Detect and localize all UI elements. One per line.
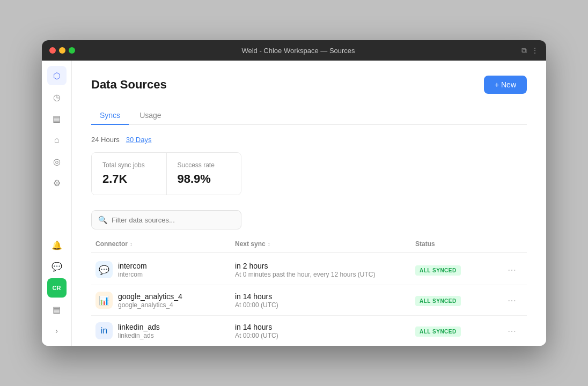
row-menu-button[interactable]: ⋯ — [501, 295, 523, 306]
page-title: Data Sources — [91, 78, 167, 92]
sidebar-item-chat[interactable]: 💬 — [47, 257, 67, 276]
sync-time: in 2 hours — [235, 262, 415, 270]
connector-info: linkedin_ads linkedin_ads — [118, 323, 160, 339]
sync-time-cell: in 14 hours At 00:00 (UTC) — [235, 323, 415, 339]
sidebar-item-notifications[interactable]: 🔔 — [47, 235, 67, 255]
status-badge: ALL SYNCED — [415, 296, 461, 306]
stat-success-rate: Success rate 98.9% — [167, 153, 241, 195]
connector-icon-intercom: 💬 — [95, 261, 113, 278]
page-header: Data Sources + New — [91, 76, 527, 94]
new-button[interactable]: + New — [484, 76, 527, 94]
stat-total-sync-jobs: Total sync jobs 2.7K — [92, 153, 167, 195]
col-next-sync: Next sync ↕ — [235, 240, 415, 248]
menu-icon[interactable]: ⋮ — [531, 46, 539, 55]
sync-time: in 14 hours — [235, 292, 415, 301]
status-badge: ALL SYNCED — [415, 326, 461, 337]
col-status: Status — [415, 240, 501, 248]
connector-info: intercom intercom — [118, 262, 147, 278]
time-filter: 24 Hours 30 Days — [91, 136, 527, 144]
fullscreen-button[interactable] — [69, 47, 75, 54]
sidebar-item-schedule[interactable]: ◷ — [47, 87, 67, 107]
sidebar-item-explore[interactable]: ◎ — [47, 152, 67, 171]
connector-icon-google_analytics_4: 📊 — [95, 292, 113, 309]
status-cell: ALL SYNCED — [415, 326, 501, 336]
connector-name: intercom — [118, 262, 147, 270]
sidebar-bottom: 🔔 💬 CR ▤ › — [47, 235, 67, 340]
sidebar-item-sources[interactable]: ⬡ — [47, 66, 67, 85]
stat-success-label: Success rate — [178, 161, 231, 169]
connector-subname: intercom — [118, 271, 147, 278]
bell-icon: 🔔 — [52, 240, 62, 250]
secondary-table-icon: ▤ — [53, 305, 61, 315]
connector-info: google_analytics_4 google_analytics_4 — [118, 292, 182, 309]
sidebar-item-transform[interactable]: ⌂ — [47, 130, 67, 150]
connector-cell: 💬 intercom intercom — [95, 261, 235, 278]
row-menu-button[interactable]: ⋯ — [501, 326, 523, 336]
status-cell: ALL SYNCED — [415, 265, 501, 274]
connector-name: google_analytics_4 — [118, 292, 182, 301]
stat-success-value: 98.9% — [178, 172, 231, 186]
titlebar-actions: ⧉ ⋮ — [521, 46, 539, 55]
table-row: 💬 intercom intercom in 2 hours At 0 minu… — [91, 255, 527, 285]
connector-cell: 📊 google_analytics_4 google_analytics_4 — [95, 292, 235, 309]
window-title: Weld - Chloe Workspace — Sources — [75, 47, 521, 55]
sidebar: ⬡ ◷ ▤ ⌂ ◎ ⚙ 🔔 💬 — [42, 61, 72, 346]
explore-icon: ◎ — [53, 157, 61, 167]
titlebar: Weld - Chloe Workspace — Sources ⧉ ⋮ — [42, 40, 546, 61]
search-bar[interactable]: 🔍 — [91, 210, 241, 229]
traffic-lights — [49, 47, 75, 54]
row-menu-button[interactable]: ⋯ — [501, 265, 523, 275]
stat-total-label: Total sync jobs — [102, 161, 156, 169]
sync-schedule: At 00:00 (UTC) — [235, 332, 415, 339]
filter-30d[interactable]: 30 Days — [126, 136, 152, 144]
search-icon: 🔍 — [98, 216, 107, 224]
sidebar-item-settings[interactable]: ⚙ — [47, 173, 67, 192]
tab-syncs[interactable]: Syncs — [91, 107, 129, 125]
app-window: Weld - Chloe Workspace — Sources ⧉ ⋮ ⬡ ◷… — [42, 40, 546, 346]
transform-icon: ⌂ — [54, 135, 60, 145]
tab-usage[interactable]: Usage — [131, 107, 170, 125]
chat-icon: 💬 — [52, 262, 62, 272]
table-row: 📊 google_analytics_4 google_analytics_4 … — [91, 285, 527, 316]
table-row: in linkedin_ads linkedin_ads in 14 hours… — [91, 316, 527, 346]
clock-icon: ◷ — [53, 92, 61, 102]
share-icon[interactable]: ⧉ — [521, 46, 527, 55]
sidebar-item-user-badge[interactable]: CR — [47, 278, 67, 298]
sort-next-sync-icon[interactable]: ↕ — [268, 241, 270, 247]
status-cell: ALL SYNCED — [415, 295, 501, 305]
user-initials: CR — [53, 285, 61, 291]
connector-icon-linkedin_ads: in — [95, 322, 113, 339]
main-layout: ⬡ ◷ ▤ ⌂ ◎ ⚙ 🔔 💬 — [42, 61, 546, 346]
sidebar-item-secondary-table[interactable]: ▤ — [47, 300, 67, 319]
sidebar-expand-button[interactable]: › — [47, 321, 67, 340]
sort-connector-icon[interactable]: ↕ — [130, 241, 133, 247]
content-area: Data Sources + New Syncs Usage 24 Hours … — [72, 61, 546, 346]
connector-cell: in linkedin_ads linkedin_ads — [95, 322, 235, 339]
search-input[interactable] — [112, 216, 234, 224]
sync-time: in 14 hours — [235, 323, 415, 331]
stat-total-value: 2.7K — [102, 172, 156, 186]
stats-row: Total sync jobs 2.7K Success rate 98.9% — [91, 152, 241, 195]
col-actions — [501, 240, 523, 248]
status-badge: ALL SYNCED — [415, 265, 461, 276]
tabs: Syncs Usage — [91, 107, 527, 125]
connector-subname: linkedin_ads — [118, 332, 160, 339]
sync-schedule: At 00:00 (UTC) — [235, 301, 415, 309]
table-body: 💬 intercom intercom in 2 hours At 0 minu… — [91, 255, 527, 346]
sync-schedule: At 0 minutes past the hour, every 12 hou… — [235, 271, 415, 278]
sidebar-item-tables[interactable]: ▤ — [47, 109, 67, 128]
col-connector: Connector ↕ — [95, 240, 235, 248]
table-header: Connector ↕ Next sync ↕ Status — [91, 240, 527, 253]
connector-name: linkedin_ads — [118, 323, 160, 331]
sync-time-cell: in 14 hours At 00:00 (UTC) — [235, 292, 415, 309]
minimize-button[interactable] — [59, 47, 65, 54]
table-icon: ▤ — [53, 114, 61, 124]
settings-icon: ⚙ — [53, 178, 61, 188]
chevron-right-icon: › — [55, 326, 58, 335]
filter-24h[interactable]: 24 Hours — [91, 136, 120, 144]
sources-icon: ⬡ — [53, 71, 61, 81]
connector-subname: google_analytics_4 — [118, 301, 182, 309]
close-button[interactable] — [49, 47, 56, 54]
sync-time-cell: in 2 hours At 0 minutes past the hour, e… — [235, 262, 415, 278]
